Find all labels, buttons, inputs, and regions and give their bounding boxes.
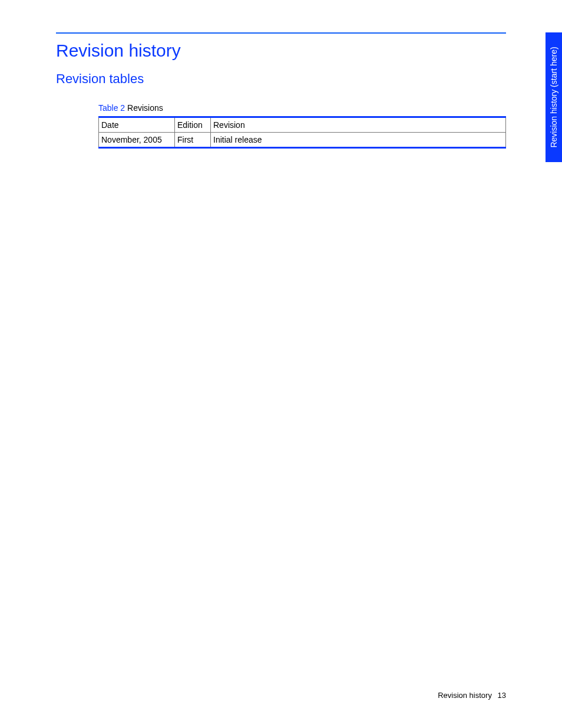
table-caption: Table 2 Revisions: [98, 103, 506, 113]
table-cell-edition: First: [175, 133, 211, 148]
table-cell-date: November, 2005: [99, 133, 175, 148]
section-side-tab: Revision history (start here): [546, 32, 562, 162]
page-title: Revision history: [56, 41, 506, 61]
table-header-date: Date: [99, 117, 175, 133]
section-side-tab-label: Revision history (start here): [549, 47, 558, 147]
table-caption-name: Revisions: [127, 103, 163, 113]
table-caption-label: Table 2: [98, 103, 125, 113]
revisions-table: Date Edition Revision November, 2005 Fir…: [98, 116, 506, 149]
table-cell-revision: Initial release: [211, 133, 506, 148]
section-heading: Revision tables: [56, 71, 506, 87]
table-row: November, 2005 First Initial release: [99, 133, 506, 148]
table-header-edition: Edition: [175, 117, 211, 133]
table-header-row: Date Edition Revision: [99, 117, 506, 133]
document-page: Revision history Revision tables Table 2…: [0, 0, 562, 728]
table-header-revision: Revision: [211, 117, 506, 133]
footer-section: Revision history: [438, 691, 492, 700]
page-footer: Revision history 13: [438, 691, 506, 700]
page-content: Revision history Revision tables Table 2…: [56, 32, 506, 687]
footer-page-number: 13: [498, 691, 506, 700]
